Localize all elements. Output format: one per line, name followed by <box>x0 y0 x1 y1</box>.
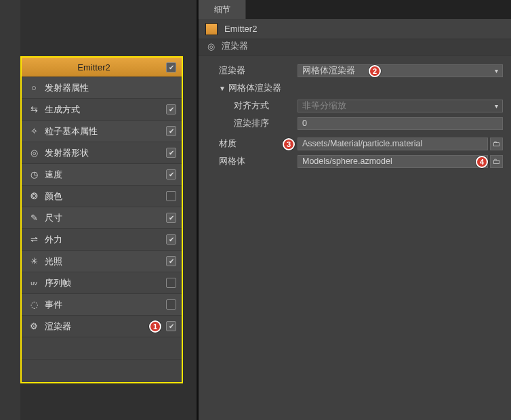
component-label: 发射器形状 <box>45 147 166 159</box>
event-icon: ◌ <box>28 299 39 310</box>
component-checkbox[interactable] <box>166 148 176 158</box>
label-align: 对齐方式 <box>234 100 298 112</box>
component-label: 颜色 <box>45 190 166 203</box>
component-row-uv[interactable]: uv序列帧 <box>22 272 182 294</box>
component-row-speed[interactable]: ◷速度 <box>22 164 182 186</box>
left-gutter <box>0 0 20 420</box>
empty-row <box>22 337 182 360</box>
component-label: 尺寸 <box>45 212 166 224</box>
browse-mesh-button[interactable]: 🗀 <box>490 155 503 168</box>
ruler-icon: ✎ <box>28 213 39 224</box>
folder-icon: 🗀 <box>493 157 500 165</box>
light-icon: ✳ <box>28 256 39 267</box>
component-row-spark[interactable]: ✧粒子基本属性 <box>22 121 182 142</box>
component-row-gear[interactable]: ⚙渲染器1 <box>22 316 182 337</box>
palette-icon: ❂ <box>28 191 39 202</box>
component-checkbox[interactable] <box>166 126 176 136</box>
component-checkbox[interactable] <box>166 321 176 331</box>
row-mesh: 网格体 Models/sphere.azmodel 4 🗀 <box>207 153 503 169</box>
renderer-crumb[interactable]: ◎ 渲染器 <box>199 39 511 56</box>
component-label: 发射器属性 <box>45 82 176 94</box>
row-renderer: 渲染器 网格体渲染器 2 <box>207 62 503 79</box>
badge-3: 3 <box>283 138 295 150</box>
row-material: 材质 3 Assets/Material/particle.material 🗀 <box>207 135 503 152</box>
details-panel: 细节 Emitter2 ◎ 渲染器 渲染器 网格体渲染器 2 ▼ <box>197 0 511 420</box>
folder-icon: 🗀 <box>493 140 500 148</box>
emitter-enable-checkbox[interactable] <box>166 62 176 72</box>
tab-bar: 细节 <box>199 0 511 19</box>
speed-icon: ◷ <box>28 169 39 180</box>
uv-icon: uv <box>28 278 39 289</box>
empty-row <box>22 360 182 382</box>
renderer-crumb-label: 渲染器 <box>222 40 248 52</box>
badge-1: 1 <box>149 320 161 333</box>
row-mesh-section[interactable]: ▼ 网格体渲染器 <box>207 80 503 96</box>
component-row-event[interactable]: ◌事件 <box>22 294 182 316</box>
component-row-force[interactable]: ⇌外力 <box>22 229 182 251</box>
emitter-title-text: Emitter2 <box>224 24 257 34</box>
component-label: 粒子基本属性 <box>45 125 166 138</box>
dropdown-renderer[interactable]: 网格体渲染器 2 <box>298 64 503 77</box>
target-icon: ◎ <box>205 41 216 51</box>
component-label: 渲染器 <box>45 320 166 333</box>
row-align: 对齐方式 非等分缩放 <box>207 98 503 114</box>
input-render-order[interactable]: 0 <box>298 117 503 130</box>
tab-details[interactable]: 细节 <box>199 0 246 19</box>
component-label: 事件 <box>45 299 166 311</box>
label-mesh: 网格体 <box>219 156 298 167</box>
browse-material-button[interactable]: 🗀 <box>490 138 503 150</box>
component-label: 外力 <box>45 234 166 246</box>
component-label: 序列帧 <box>45 277 166 289</box>
input-mesh[interactable]: Models/sphere.azmodel <box>298 155 488 168</box>
renderer-form: 渲染器 网格体渲染器 2 ▼ 网格体渲染器 对齐方式 非等分缩放 <box>199 56 511 177</box>
component-label: 速度 <box>45 169 166 181</box>
dropdown-align[interactable]: 非等分缩放 <box>298 100 503 112</box>
component-row-circle[interactable]: ○发射器属性 <box>22 77 182 99</box>
row-render-order: 渲染排序 0 <box>207 115 503 131</box>
component-checkbox[interactable] <box>166 213 176 223</box>
component-label: 生成方式 <box>45 104 166 116</box>
label-mesh-section: 网格体渲染器 <box>228 83 281 94</box>
emitter-header-title: Emitter2 <box>22 62 166 72</box>
emitter-component-card: Emitter2 ○发射器属性⇆生成方式✧粒子基本属性◎发射器形状◷速度❂颜色✎… <box>20 56 183 383</box>
emitter-header[interactable]: Emitter2 <box>22 58 182 77</box>
emitter-title-row: Emitter2 <box>199 19 511 39</box>
component-row-light[interactable]: ✳光照 <box>22 251 182 272</box>
emitter-color-swatch[interactable] <box>205 23 218 35</box>
component-checkbox[interactable] <box>166 256 176 266</box>
component-checkbox[interactable] <box>166 278 176 288</box>
badge-2: 2 <box>369 65 381 77</box>
arrows-icon: ⇆ <box>28 104 39 115</box>
component-checkbox[interactable] <box>166 169 176 180</box>
gear-icon: ⚙ <box>28 321 39 332</box>
label-render-order: 渲染排序 <box>234 118 298 129</box>
component-row-ruler[interactable]: ✎尺寸 <box>22 207 182 229</box>
pin-icon: ◎ <box>28 148 39 159</box>
component-row-arrows[interactable]: ⇆生成方式 <box>22 99 182 121</box>
component-label: 光照 <box>45 255 166 268</box>
spark-icon: ✧ <box>28 126 39 137</box>
component-checkbox[interactable] <box>166 104 176 114</box>
component-row-palette[interactable]: ❂颜色 <box>22 186 182 207</box>
component-checkbox[interactable] <box>166 299 176 310</box>
force-icon: ⇌ <box>28 234 39 245</box>
input-material[interactable]: Assets/Material/particle.material <box>298 138 488 150</box>
component-list-panel: Emitter2 ○发射器属性⇆生成方式✧粒子基本属性◎发射器形状◷速度❂颜色✎… <box>0 0 197 420</box>
chevron-down-icon: ▼ <box>219 85 227 92</box>
component-checkbox[interactable] <box>166 191 176 201</box>
badge-4: 4 <box>476 156 488 168</box>
label-renderer: 渲染器 <box>219 65 298 77</box>
component-checkbox[interactable] <box>166 234 176 245</box>
circle-icon: ○ <box>28 83 39 93</box>
component-row-pin[interactable]: ◎发射器形状 <box>22 142 182 164</box>
